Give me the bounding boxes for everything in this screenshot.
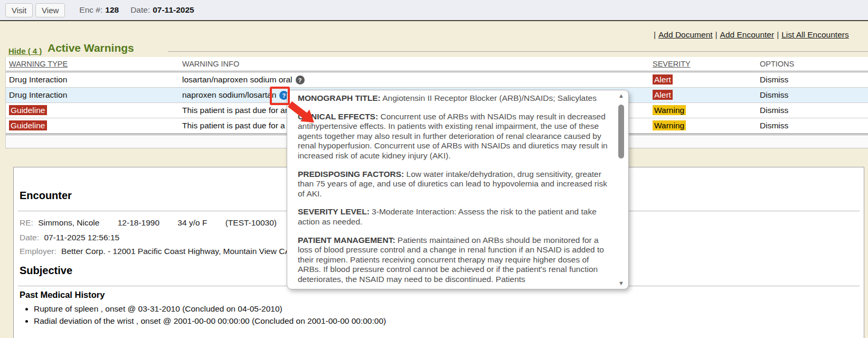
date-value: 07-11-2025 12:56:15 [44, 233, 119, 242]
warning-info-text: This patient is past due for a l [182, 121, 289, 130]
list-all-encounters-link[interactable]: List All Encounters [781, 30, 849, 39]
predisposing-factors-label: PREDISPOSING FACTORS: [298, 170, 404, 179]
add-document-link[interactable]: Add Document [658, 30, 713, 39]
severity-badge: Warning [653, 120, 686, 130]
patient-age-sex: 34 y/o F [177, 218, 207, 227]
link-separator: | [654, 30, 656, 39]
popup-scrollbar[interactable]: ▲ ▼ [617, 93, 626, 286]
date-label: Date: [20, 233, 39, 242]
scroll-down-arrow-icon[interactable]: ▼ [617, 280, 626, 286]
guideline-badge: Guideline [9, 105, 47, 115]
dismiss-button[interactable]: Dismiss [757, 121, 868, 130]
drug-monograph-popup: MONOGRAPH TITLE: Angiotensin II Receptor… [287, 90, 629, 289]
warning-info-cell: losartan/naproxen sodium oral? [179, 75, 649, 84]
encounter-number-value: 128 [105, 5, 119, 15]
severity-cell: Warning [649, 106, 757, 115]
subjective-heading: Subjective [20, 265, 72, 277]
severity-badge: Alert [653, 90, 673, 100]
header-action-links: |Add Document|Add Encounter|List All Enc… [654, 30, 852, 40]
encounter-heading: Encounter [20, 190, 72, 202]
dismiss-button[interactable]: Dismiss [757, 90, 868, 100]
warning-type-cell: Drug Interaction [6, 90, 179, 100]
encounter-date-value: 07-11-2025 [153, 5, 194, 15]
severity-badge: Warning [653, 105, 686, 115]
severity-cell: Alert [649, 90, 757, 100]
monograph-title-text: Angiotensin II Receptor Blocker (ARB)/NS… [381, 93, 597, 102]
patient-management-label: PATIENT MANAGEMENT: [298, 236, 395, 245]
guideline-badge: Guideline [9, 120, 47, 130]
severity-cell: Alert [649, 75, 757, 84]
visit-button[interactable]: Visit [5, 3, 33, 17]
link-separator: | [715, 30, 718, 39]
annotation-highlight-box [270, 87, 290, 105]
hide-warnings-link[interactable]: Hide ( 4 ) [8, 46, 42, 55]
patient-name: Simmons, Nicole [38, 218, 99, 227]
severity-cell: Warning [649, 121, 757, 130]
list-item: Rupture of spleen , onset @ 03-31-2010 (… [34, 303, 386, 315]
add-encounter-link[interactable]: Add Encounter [720, 30, 775, 39]
monograph-title-paragraph: MONOGRAPH TITLE: Angiotensin II Receptor… [298, 93, 611, 104]
column-options: OPTIONS [757, 60, 868, 68]
clinical-effects-label: CLINICAL EFFECTS: [298, 112, 378, 121]
warning-type-cell: Guideline [6, 121, 179, 130]
encounter-number-label: Enc #: [79, 5, 102, 15]
employer-value: Better Corp. - 12001 Pacific Coast Highw… [61, 247, 290, 256]
clinical-effects-paragraph: CLINICAL EFFECTS: Concurrent use of ARBs… [298, 112, 611, 161]
dismiss-button[interactable]: Dismiss [757, 75, 868, 84]
scroll-up-arrow-icon[interactable]: ▲ [617, 93, 626, 99]
severity-badge: Alert [653, 74, 673, 84]
warning-info-text: naproxen sodium/losartan [182, 90, 276, 99]
patient-dob: 12-18-1990 [118, 218, 159, 227]
list-item: Radial deviation of the wrist , onset @ … [34, 315, 386, 327]
warning-type-cell: Drug Interaction [6, 75, 179, 84]
patient-management-paragraph: PATIENT MANAGEMENT: Patients maintained … [298, 236, 611, 285]
employer-line: Employer: Better Corp. - 12001 Pacific C… [20, 247, 290, 256]
view-button[interactable]: View [35, 3, 65, 17]
column-warning-type[interactable]: WARNING TYPE [6, 60, 179, 68]
re-label: RE: [20, 218, 33, 227]
active-warnings-title: Active Warnings [48, 42, 134, 54]
top-toolbar: Visit View Enc #: 128 Date: 07-11-2025 [0, 0, 868, 21]
link-separator: | [777, 30, 779, 39]
column-warning-info: WARNING INFO [179, 60, 649, 68]
warning-info-text: losartan/naproxen sodium oral [182, 75, 293, 84]
patient-line: RE: Simmons, Nicole 12-18-1990 34 y/o F … [20, 218, 277, 228]
warning-info-text: This patient is past due for an [182, 106, 289, 115]
past-medical-history-heading: Past Medical History [20, 290, 105, 300]
scrollbar-thumb[interactable] [618, 105, 624, 158]
title-rule [168, 51, 868, 52]
severity-level-label: SEVERITY LEVEL: [298, 207, 370, 216]
severity-level-paragraph: SEVERITY LEVEL: 3-Moderate Interaction: … [298, 207, 611, 227]
encounter-date-line: Date: 07-11-2025 12:56:15 [20, 233, 119, 242]
warning-type-cell: Guideline [6, 106, 179, 115]
dismiss-button[interactable]: Dismiss [757, 106, 868, 115]
table-row: Drug Interaction losartan/naproxen sodiu… [6, 72, 868, 88]
warnings-table-header: WARNING TYPE WARNING INFO SEVERITY OPTIO… [6, 57, 868, 71]
patient-id: (TEST-10030) [225, 218, 277, 227]
monograph-title-label: MONOGRAPH TITLE: [298, 93, 381, 102]
employer-label: Employer: [20, 247, 56, 256]
encounter-date-label: Date: [130, 5, 150, 15]
help-question-icon[interactable]: ? [296, 76, 305, 84]
column-severity[interactable]: SEVERITY [649, 60, 757, 68]
past-medical-history-list: Rupture of spleen , onset @ 03-31-2010 (… [34, 303, 386, 327]
predisposing-factors-paragraph: PREDISPOSING FACTORS: Low water intake/d… [298, 170, 611, 199]
